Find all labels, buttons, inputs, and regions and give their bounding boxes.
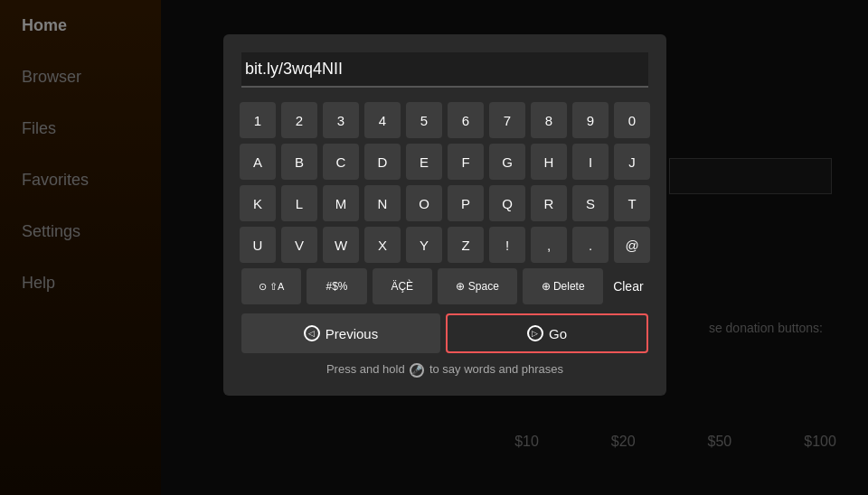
key-comma[interactable]: , bbox=[531, 227, 567, 263]
key-9[interactable]: 9 bbox=[572, 102, 609, 138]
hint-suffix: to say words and phrases bbox=[429, 362, 563, 376]
key-clear[interactable]: Clear bbox=[609, 268, 648, 304]
key-1[interactable]: 1 bbox=[240, 102, 276, 138]
key-u[interactable]: U bbox=[240, 227, 276, 263]
key-k[interactable]: K bbox=[240, 185, 276, 221]
key-j[interactable]: J bbox=[614, 144, 650, 180]
key-row-numbers: 1 2 3 4 5 6 7 8 9 0 bbox=[241, 102, 648, 138]
url-input[interactable] bbox=[241, 52, 648, 88]
key-a[interactable]: A bbox=[240, 144, 276, 180]
key-accented[interactable]: ÄÇÈ bbox=[373, 268, 432, 304]
key-period[interactable]: . bbox=[572, 227, 609, 263]
key-z[interactable]: Z bbox=[448, 227, 484, 263]
key-2[interactable]: 2 bbox=[281, 102, 317, 138]
keyboard: 1 2 3 4 5 6 7 8 9 0 A B C D E F G H I J … bbox=[241, 102, 648, 304]
key-h[interactable]: H bbox=[531, 144, 567, 180]
key-s[interactable]: S bbox=[572, 185, 609, 221]
previous-icon: ◁ bbox=[304, 325, 320, 341]
key-c[interactable]: C bbox=[323, 144, 359, 180]
previous-button[interactable]: ◁ Previous bbox=[241, 313, 440, 353]
key-y[interactable]: Y bbox=[406, 227, 442, 263]
bottom-buttons: ◁ Previous ▷ Go bbox=[241, 313, 648, 353]
key-row-uz: U V W X Y Z ! , . @ bbox=[241, 227, 648, 263]
key-row-special: ⊙ ⇧A #$% ÄÇÈ ⊕ Space ⊕ Delete Clear bbox=[241, 268, 648, 304]
hint-press: Press and hold bbox=[326, 362, 408, 376]
key-8[interactable]: 8 bbox=[531, 102, 567, 138]
key-row-kt: K L M N O P Q R S T bbox=[241, 185, 648, 221]
key-v[interactable]: V bbox=[281, 227, 317, 263]
key-shift[interactable]: ⊙ ⇧A bbox=[241, 268, 301, 304]
key-3[interactable]: 3 bbox=[323, 102, 359, 138]
key-space[interactable]: ⊕ Space bbox=[438, 268, 517, 304]
key-b[interactable]: B bbox=[281, 144, 317, 180]
key-row-aj: A B C D E F G H I J bbox=[241, 144, 648, 180]
key-i[interactable]: I bbox=[572, 144, 609, 180]
key-exclaim[interactable]: ! bbox=[489, 227, 525, 263]
key-4[interactable]: 4 bbox=[364, 102, 401, 138]
key-n[interactable]: N bbox=[364, 185, 401, 221]
key-6[interactable]: 6 bbox=[448, 102, 484, 138]
go-label: Go bbox=[549, 326, 567, 341]
key-m[interactable]: M bbox=[323, 185, 359, 221]
go-icon: ▷ bbox=[527, 325, 543, 341]
key-5[interactable]: 5 bbox=[406, 102, 442, 138]
key-d[interactable]: D bbox=[364, 144, 401, 180]
hint-text: Press and hold 🎤 to say words and phrase… bbox=[241, 362, 648, 378]
key-q[interactable]: Q bbox=[489, 185, 525, 221]
key-at[interactable]: @ bbox=[614, 227, 650, 263]
key-7[interactable]: 7 bbox=[489, 102, 525, 138]
go-button[interactable]: ▷ Go bbox=[446, 313, 648, 353]
key-delete[interactable]: ⊕ Delete bbox=[523, 268, 602, 304]
key-0[interactable]: 0 bbox=[614, 102, 650, 138]
keyboard-dialog: 1 2 3 4 5 6 7 8 9 0 A B C D E F G H I J … bbox=[223, 34, 666, 396]
previous-label: Previous bbox=[326, 326, 378, 341]
key-symbols[interactable]: #$% bbox=[307, 268, 366, 304]
key-t[interactable]: T bbox=[614, 185, 650, 221]
key-g[interactable]: G bbox=[489, 144, 525, 180]
mic-icon: 🎤 bbox=[410, 363, 424, 378]
key-l[interactable]: L bbox=[281, 185, 317, 221]
key-w[interactable]: W bbox=[323, 227, 359, 263]
key-p[interactable]: P bbox=[448, 185, 484, 221]
key-f[interactable]: F bbox=[448, 144, 484, 180]
key-o[interactable]: O bbox=[406, 185, 442, 221]
key-x[interactable]: X bbox=[364, 227, 401, 263]
key-r[interactable]: R bbox=[531, 185, 567, 221]
key-e[interactable]: E bbox=[406, 144, 442, 180]
